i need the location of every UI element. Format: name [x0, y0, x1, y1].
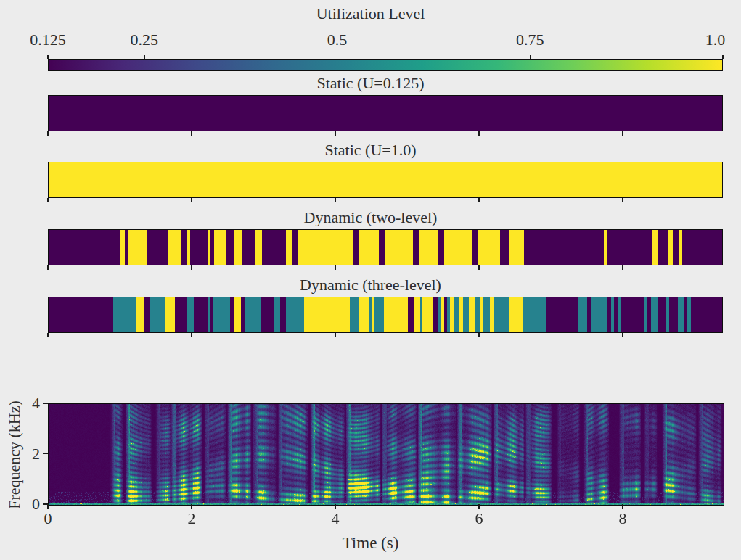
strip-time-tick-mark — [478, 333, 479, 337]
x-tick-mark — [478, 504, 479, 509]
x-tick-label: 0 — [44, 509, 52, 528]
strip-time-tick-mark — [335, 131, 335, 136]
colorbar-tick-label: 0.5 — [327, 30, 348, 49]
x-tick-label: 2 — [188, 509, 196, 528]
utilization-segment-mid — [286, 297, 304, 332]
utilization-segment-mid — [208, 297, 210, 332]
utilization-segment-high — [509, 297, 523, 332]
utilization-segment-high — [419, 230, 438, 265]
utilization-segment-high — [208, 230, 210, 265]
strip-time-tick-mark — [478, 131, 479, 136]
utilization-segment-high — [668, 230, 673, 265]
utilization-segment-mid — [374, 297, 384, 332]
utilization-segment-high — [214, 230, 226, 265]
x-tick-mark — [622, 504, 623, 509]
utilization-segment-mid — [678, 297, 684, 332]
utilization-segment-mid — [463, 297, 469, 332]
utilization-segment-mid — [644, 297, 647, 332]
x-tick-label: 8 — [619, 509, 627, 528]
strip-time-tick-mark — [335, 265, 335, 270]
y-tick-mark — [43, 453, 48, 454]
x-tick-label: 4 — [332, 509, 340, 528]
utilization-segment-mid — [187, 297, 194, 332]
strip-time-tick-mark — [191, 333, 192, 337]
strip-title-two-level: Dynamic (two-level) — [0, 208, 741, 226]
x-tick-mark — [335, 504, 335, 509]
strip-dynamic-two-level — [48, 229, 723, 265]
x-tick-mark — [47, 504, 48, 509]
utilization-segment-high — [304, 297, 350, 332]
strip-time-tick-mark — [191, 198, 192, 202]
utilization-segment-mid — [591, 297, 607, 332]
x-tick-label: 6 — [475, 509, 483, 528]
utilization-segment-high — [385, 230, 413, 265]
strip-time-tick-mark — [335, 198, 335, 202]
utilization-segment-mid — [245, 297, 261, 332]
utilization-segment-high — [384, 297, 408, 332]
x-axis-label: Time (s) — [0, 534, 741, 553]
strip-title-static-low: Static (U=0.125) — [0, 74, 741, 92]
utilization-segment-high — [469, 297, 475, 332]
strip-time-tick-mark — [47, 265, 48, 270]
strip-dynamic-three-level — [48, 297, 723, 333]
strip-time-tick-mark — [335, 333, 335, 337]
utilization-segment-high — [414, 297, 420, 332]
strip-time-tick-mark — [478, 265, 479, 270]
utilization-segment-high — [255, 230, 262, 265]
x-tick-mark — [191, 504, 192, 509]
y-tick-mark — [43, 503, 48, 504]
utilization-segment-high — [286, 230, 292, 265]
utilization-segment-high — [679, 230, 682, 265]
colorbar-tick-label: 1.0 — [705, 30, 726, 49]
utilization-segment-mid — [523, 297, 546, 332]
strip-time-tick-mark — [622, 131, 623, 136]
colorbar-tick-label: 0.25 — [131, 30, 159, 49]
utilization-segment-high — [359, 297, 369, 332]
strip-static-low — [48, 95, 723, 131]
utilization-segment-mid — [611, 297, 614, 332]
strip-time-tick-mark — [191, 265, 192, 270]
utilization-segment-high — [136, 297, 144, 332]
utilization-segment-mid — [687, 297, 691, 332]
strip-static-high — [48, 162, 723, 198]
spectrogram-canvas — [48, 403, 724, 506]
utilization-segment-high — [187, 230, 190, 265]
utilization-segment-mid — [483, 297, 490, 332]
utilization-segment-high — [652, 230, 658, 265]
y-axis-label: Frequency (kHz) — [5, 397, 24, 513]
utilization-segment-mid — [274, 297, 280, 332]
strip-title-static-high: Static (U=1.0) — [0, 141, 741, 159]
strip-time-tick-mark — [622, 198, 623, 202]
utilization-segment-mid — [350, 297, 359, 332]
utilization-segment-mid — [651, 297, 658, 332]
strip-time-tick-mark — [47, 333, 48, 337]
utilization-segment-high — [234, 297, 241, 332]
utilization-segment-mid — [113, 297, 136, 332]
utilization-segment-high — [165, 297, 175, 332]
utilization-segment-high — [120, 230, 125, 265]
utilization-segment-mid — [618, 297, 621, 332]
y-tick-mark — [43, 403, 48, 403]
strip-time-tick-mark — [191, 131, 192, 136]
strip-time-tick-mark — [47, 131, 48, 136]
strip-title-three-level: Dynamic (three-level) — [0, 276, 741, 294]
strip-time-tick-mark — [47, 198, 48, 202]
strip-time-tick-mark — [622, 265, 623, 270]
utilization-segment-high — [234, 230, 242, 265]
utilization-segment-high — [128, 230, 147, 265]
utilization-segment-high — [441, 297, 444, 332]
colorbar-gradient — [48, 59, 723, 71]
utilization-segment-high — [478, 230, 500, 265]
utilization-segment-mid — [666, 297, 669, 332]
utilization-segment-mid — [578, 297, 587, 332]
figure: Utilization Level 0.1250.250.50.751.0 St… — [0, 0, 741, 560]
utilization-segment-high — [444, 230, 472, 265]
utilization-segment-mid — [213, 297, 230, 332]
utilization-segment-high — [604, 230, 607, 265]
utilization-segment-high — [422, 297, 433, 332]
utilization-segment-high — [298, 230, 353, 265]
utilization-segment-high — [359, 230, 379, 265]
utilization-segment-mid — [475, 297, 480, 332]
utilization-segment-high — [168, 230, 181, 265]
colorbar-tick-label: 0.75 — [516, 30, 544, 49]
